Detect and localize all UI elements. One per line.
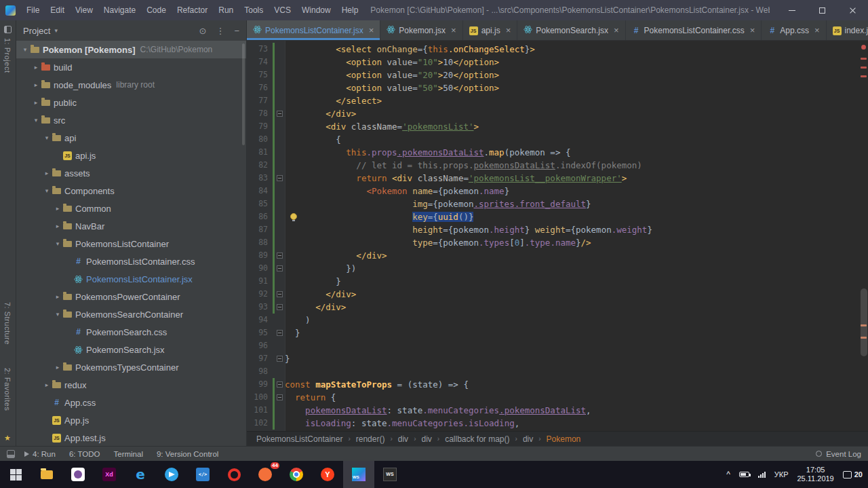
taskbar-viber[interactable] [62,461,94,488]
line-number[interactable]: 79 [247,120,273,133]
network-icon[interactable] [758,472,766,478]
tray-expand-icon[interactable]: ^ [726,470,730,479]
taskbar-edge[interactable]: e [125,461,156,488]
menu-window[interactable]: Window [296,3,336,17]
line-number[interactable]: 86 [247,210,273,223]
project-tool-icon[interactable] [4,26,12,33]
locate-file-icon[interactable]: ⊙ [199,26,207,36]
tree-item[interactable]: ▾PokemonsSearchContainer [16,305,246,323]
tree-item[interactable]: JSApp.js [16,411,246,429]
tab-App.css[interactable]: #App.css× [762,20,826,40]
line-number[interactable]: 89 [247,249,273,262]
tree-item[interactable]: ▾Components [16,182,246,200]
language-indicator[interactable]: УКР [774,470,789,478]
breadcrumb-item[interactable]: callback for map() [445,434,509,444]
tree-item[interactable]: ▸public [16,94,246,111]
menu-vcs[interactable]: VCS [269,3,296,17]
line-number[interactable]: 87 [247,223,273,236]
close-icon[interactable]: × [506,25,511,35]
tree-item[interactable]: #PokemonSearch.css [16,323,246,341]
fold-icon[interactable] [277,304,283,310]
tree-item[interactable]: PokemonSearch.jsx [16,341,246,358]
code-text[interactable]: return <div className='pokemonsList__pok… [285,172,868,185]
maximize-button[interactable] [807,0,837,20]
line-number[interactable]: 80 [247,133,273,146]
code-text[interactable]: <Pokemon name={pokemon.name} [285,185,868,198]
line-number[interactable]: 78 [247,107,273,120]
status-terminal[interactable]: Terminal [113,450,142,458]
code-text[interactable]: }) [285,262,868,275]
code-text[interactable]: isLoading: state.menuCategories.isLoadin… [285,417,868,430]
code-text[interactable]: <select onChange={this.onChangeSelect}> [285,43,868,56]
close-icon[interactable]: × [750,25,755,35]
line-number[interactable]: 74 [247,56,273,69]
code-text[interactable]: type={pokemon.types[0].type.name}/> [285,236,868,249]
line-number[interactable]: 97 [247,352,273,365]
code-text[interactable]: } [285,275,868,288]
code-text[interactable]: </div> [285,107,868,120]
breadcrumb-item[interactable]: div [523,434,533,444]
menu-navigate[interactable]: Navigate [98,3,141,17]
code-text[interactable]: </div> [285,249,868,262]
line-number[interactable]: 94 [247,314,273,326]
project-panel-title[interactable]: Project [23,26,50,36]
line-number[interactable]: 101 [247,404,273,417]
taskbar-yandex[interactable]: Y [312,461,343,488]
code-text[interactable]: </div> [285,288,868,301]
line-number[interactable]: 90 [247,262,273,275]
code-text[interactable]: <option value="50">50</option> [285,81,868,94]
line-number[interactable]: 82 [247,159,273,172]
fold-icon[interactable] [277,381,283,388]
fold-icon[interactable] [277,111,283,117]
fold-icon[interactable] [277,330,283,336]
tree-item[interactable]: ▸assets [16,164,246,182]
close-icon[interactable]: × [614,25,619,35]
menu-help[interactable]: Help [336,3,364,17]
tree-item[interactable]: ▾src [16,111,246,129]
code-text[interactable]: key={uuid()} [285,210,868,223]
tab-index.js[interactable]: JSindex.js× [827,20,868,40]
taskbar-chrome[interactable] [281,461,312,488]
code-text[interactable]: // let id = this.props.pokemonsDataList.… [285,159,868,172]
taskbar-start[interactable] [0,461,31,488]
close-icon[interactable]: × [369,25,374,35]
options-kebab-icon[interactable]: ⋮ [216,26,224,36]
taskbar-telegram[interactable] [156,461,187,488]
line-number[interactable]: 98 [247,365,273,378]
line-number[interactable]: 81 [247,146,273,159]
code-text[interactable]: img={pokemon.sprites.front_default} [285,198,868,210]
menu-edit[interactable]: Edit [45,3,70,17]
close-button[interactable] [837,0,868,20]
code-text[interactable] [285,339,868,352]
line-number[interactable]: 96 [247,339,273,352]
breadcrumb-item[interactable]: PokemonsListContainer [256,434,342,444]
taskbar-webstorm[interactable]: WS [343,461,374,488]
fold-icon[interactable] [277,175,283,181]
fold-icon[interactable] [277,394,283,400]
favorites-star-icon[interactable]: ★ [4,434,11,443]
line-number[interactable]: 92 [247,288,273,301]
code-text[interactable]: </select> [285,94,868,107]
code-text[interactable]: { [285,133,868,146]
taskbar-opera[interactable] [218,461,250,488]
tab-api.js[interactable]: JSapi.js× [463,20,518,40]
hide-panel-icon[interactable]: − [234,26,239,36]
code-text[interactable]: height={pokemon.height} weight={pokemon.… [285,223,868,236]
line-number[interactable]: 85 [247,198,273,210]
menu-tools[interactable]: Tools [239,3,269,17]
tree-item[interactable]: ▾api [16,129,246,147]
menu-code[interactable]: Code [141,3,172,17]
tree-item[interactable]: #App.css [16,394,246,411]
menu-view[interactable]: View [70,3,98,17]
tool-stripe-favorites[interactable]: 2: Favorites [3,368,12,411]
code-text[interactable]: ) [285,314,868,326]
tree-item[interactable]: ▸node_moduleslibrary root [16,76,246,94]
tool-stripe-project[interactable]: 1: Project [3,38,12,73]
line-number[interactable]: 91 [247,275,273,288]
line-number[interactable]: 83 [247,172,273,185]
tree-item[interactable]: PokemonsListContainer.jsx [16,270,246,288]
error-stripe[interactable] [859,41,868,431]
menu-run[interactable]: Run [213,3,239,17]
tool-stripe-structure[interactable]: 7: Structure [3,302,12,345]
tab-Pokemon.jsx[interactable]: Pokemon.jsx× [380,20,462,40]
